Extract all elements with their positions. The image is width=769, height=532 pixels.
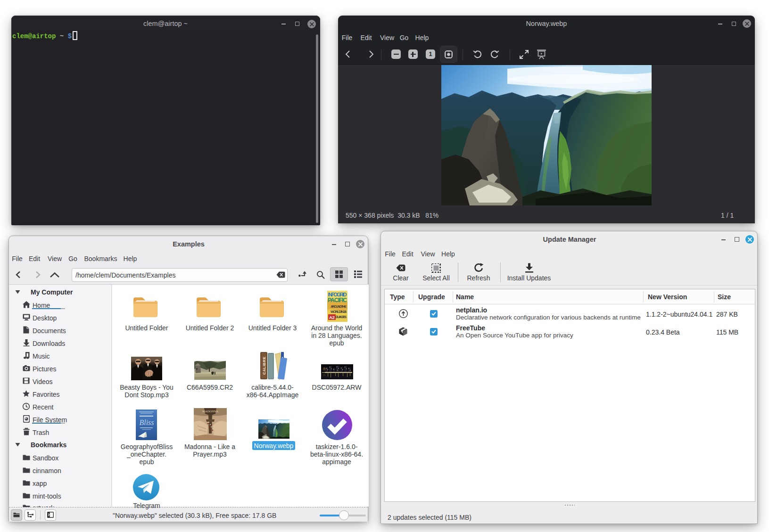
svg-text:Bliss: Bliss <box>139 418 154 426</box>
svg-text:PACIFIC: PACIFIC <box>328 297 347 303</box>
svg-text:MADONNA: MADONNA <box>202 409 218 413</box>
svg-text:A2: A2 <box>329 315 335 320</box>
svg-text:AROUND THE: AROUND THE <box>331 304 347 309</box>
svg-text:WORLD IN 28: WORLD IN 28 <box>331 310 347 314</box>
svg-text:CALIBRE: CALIBRE <box>262 356 266 375</box>
